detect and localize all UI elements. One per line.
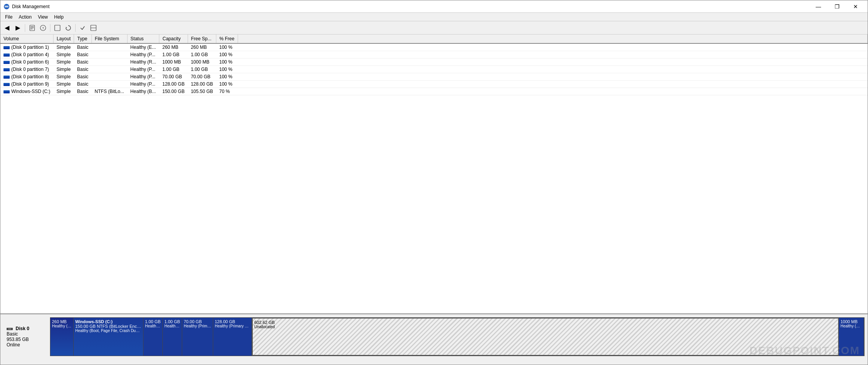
cell-capacity: 128.00 GB (159, 81, 188, 88)
cell-status: Healthy (P... (127, 73, 159, 81)
help-button[interactable]: ? (38, 23, 48, 33)
disk-partitions: 260 MBHealthy (EFI SystWindows-SSD (C:)1… (50, 317, 865, 356)
partition-5[interactable]: 128.00 GBHealthy (Primary Partition) (213, 318, 252, 356)
volume-table-container[interactable]: Volume Layout Type File System Status Ca… (0, 34, 868, 314)
partition-2[interactable]: 1.00 GBHealthy (Primary Part (143, 318, 163, 356)
cell-capacity: 1.00 GB (159, 66, 188, 73)
partition-1[interactable]: Windows-SSD (C:)150.00 GB NTFS (BitLocke… (74, 318, 143, 356)
partition-4[interactable]: 70.00 GBHealthy (Primary Partition) (182, 318, 213, 356)
col-free: Free Sp... (188, 34, 216, 43)
table-row[interactable]: (Disk 0 partition 1) Simple Basic Health… (0, 43, 868, 51)
cell-layout: Simple (53, 81, 74, 88)
table-row[interactable]: (Disk 0 partition 4) Simple Basic Health… (0, 51, 868, 59)
app-icon (3, 3, 10, 10)
settings-button[interactable] (88, 23, 98, 33)
main-content: Volume Layout Type File System Status Ca… (0, 34, 868, 365)
cell-status: Healthy (P... (127, 66, 159, 73)
cell-status: Healthy (P... (127, 81, 159, 88)
partition-status: Healthy (Primary Partition) (184, 324, 211, 328)
cell-extra (238, 43, 867, 51)
partition-status: Unallocated (254, 325, 837, 329)
cell-extra (238, 88, 867, 95)
table-row[interactable]: (Disk 0 partition 7) Simple Basic Health… (0, 66, 868, 73)
volume-icon (3, 46, 10, 49)
cell-free: 260 MB (188, 43, 216, 51)
cell-pct: 70 % (216, 88, 238, 95)
table-row[interactable]: Windows-SSD (C:) Simple Basic NTFS (BitL… (0, 88, 868, 95)
svg-rect-5 (31, 28, 34, 28)
menu-view[interactable]: View (35, 14, 51, 21)
cell-type: Basic (74, 51, 91, 59)
disk-icon (7, 327, 13, 331)
cell-filesystem (91, 66, 127, 73)
partition-0[interactable]: 260 MBHealthy (EFI Syst (50, 318, 74, 356)
settings-icon (90, 25, 97, 31)
cell-layout: Simple (53, 88, 74, 95)
cell-filesystem (91, 73, 127, 81)
partition-7[interactable]: 1000 MBHealthy (Recovery Pa (839, 318, 864, 356)
col-filesystem: File System (91, 34, 127, 43)
back-button[interactable]: ◀ (2, 23, 12, 33)
table-row[interactable]: (Disk 0 partition 8) Simple Basic Health… (0, 73, 868, 81)
partition-status: Healthy (Primary Part (164, 324, 180, 328)
cell-filesystem: NTFS (BitLo... (91, 88, 127, 95)
forward-button[interactable]: ▶ (13, 23, 23, 33)
close-button[interactable]: ✕ (847, 1, 865, 12)
main-window: Disk Management — ❐ ✕ File Action View H… (0, 0, 868, 365)
partition-status: Healthy (Recovery Pa (840, 324, 862, 328)
menu-action[interactable]: Action (16, 14, 35, 21)
rescan-button[interactable] (63, 23, 73, 33)
table-row[interactable]: (Disk 0 partition 9) Simple Basic Health… (0, 81, 868, 88)
col-pct: % Free (216, 34, 238, 43)
svg-rect-6 (31, 29, 33, 29)
check-button[interactable] (78, 23, 88, 33)
cell-free: 1.00 GB (188, 51, 216, 59)
volume-icon (3, 76, 10, 79)
volume-icon (3, 68, 10, 71)
svg-rect-1 (5, 6, 9, 7)
menu-bar: File Action View Help (0, 13, 868, 21)
cell-type: Basic (74, 73, 91, 81)
col-volume: Volume (0, 34, 53, 43)
partition-size: 1.00 GB (145, 319, 161, 324)
minimize-button[interactable]: — (809, 1, 827, 12)
col-capacity: Capacity (159, 34, 188, 43)
cell-layout: Simple (53, 59, 74, 66)
cell-volume: (Disk 0 partition 7) (0, 66, 53, 73)
cell-extra (238, 51, 867, 59)
cell-volume: (Disk 0 partition 8) (0, 73, 53, 81)
svg-rect-9 (55, 25, 60, 31)
partition-6[interactable]: 602.62 GBUnallocated (252, 318, 839, 356)
cell-type: Basic (74, 59, 91, 66)
menu-file[interactable]: File (2, 14, 16, 21)
cell-pct: 100 % (216, 73, 238, 81)
cell-status: Healthy (E... (127, 43, 159, 51)
cell-extra (238, 73, 867, 81)
maximize-button[interactable]: ❐ (828, 1, 846, 12)
cell-capacity: 1000 MB (159, 59, 188, 66)
partition-size: 128.00 GB (215, 319, 250, 324)
refresh-button[interactable] (52, 23, 62, 33)
cell-layout: Simple (53, 43, 74, 51)
cell-capacity: 150.00 GB (159, 88, 188, 95)
cell-volume: (Disk 0 partition 6) (0, 59, 53, 66)
col-type: Type (74, 34, 91, 43)
table-row[interactable]: (Disk 0 partition 6) Simple Basic Health… (0, 59, 868, 66)
cell-capacity: 1.00 GB (159, 51, 188, 59)
cell-status: Healthy (R... (127, 59, 159, 66)
cell-volume: (Disk 0 partition 4) (0, 51, 53, 59)
cell-pct: 100 % (216, 51, 238, 59)
menu-help[interactable]: Help (51, 14, 67, 21)
cell-free: 128.00 GB (188, 81, 216, 88)
disk-map-container: Disk 0 Basic 953.85 GB Online 260 MBHeal… (0, 314, 868, 365)
svg-rect-4 (31, 26, 34, 27)
cell-extra (238, 81, 867, 88)
cell-status: Healthy (B... (127, 88, 159, 95)
partition-3[interactable]: 1.00 GBHealthy (Primary Part (163, 318, 182, 356)
properties-button[interactable] (27, 23, 37, 33)
col-layout: Layout (53, 34, 74, 43)
cell-filesystem (91, 81, 127, 88)
partition-size: 260 MB (52, 319, 72, 324)
partition-size: 70.00 GB (184, 319, 211, 324)
partition-status: Healthy (Primary Part (145, 324, 161, 328)
